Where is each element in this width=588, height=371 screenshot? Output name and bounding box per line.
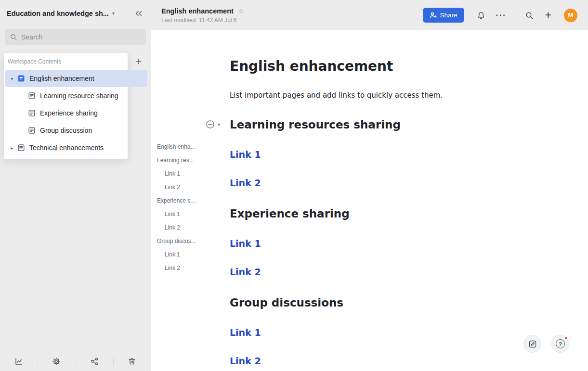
section-heading: Learning resources sharing: [230, 118, 528, 131]
add-page-button[interactable]: +: [133, 56, 144, 67]
doc-link[interactable]: Link 1: [230, 149, 261, 160]
outline-item[interactable]: Group discus...: [157, 234, 208, 248]
search-input[interactable]: [21, 33, 141, 41]
document-icon: [28, 127, 36, 134]
outline-item[interactable]: Link 1: [157, 167, 208, 180]
tree-header: Workspace Contents +: [0, 53, 151, 70]
tree-item-group-discussion[interactable]: Group discussion: [5, 122, 147, 139]
document-icon: [17, 144, 25, 152]
document-icon: [28, 92, 36, 100]
document-area: English enha... Learning res... Link 1 L…: [151, 30, 588, 371]
outline-item[interactable]: Learning res...: [157, 154, 208, 167]
question-mark-icon: ?: [556, 339, 565, 348]
section-heading-row: Group discussions: [230, 296, 528, 309]
chevron-down-icon[interactable]: ▾: [218, 122, 220, 127]
doc-link[interactable]: Link 1: [230, 238, 261, 249]
heading-gutter: ▾: [206, 120, 220, 129]
share-workspace-button[interactable]: [76, 351, 113, 371]
document-title: English enhancement: [230, 58, 528, 75]
doc-link[interactable]: Link 2: [230, 356, 261, 367]
document-icon: [17, 75, 25, 82]
document-body: English enhancement List important pages…: [230, 30, 528, 371]
tree-item-label: Experience sharing: [40, 109, 98, 117]
settings-button[interactable]: [38, 351, 75, 371]
sidebar-search[interactable]: [5, 29, 146, 45]
sidebar-footer: [0, 351, 151, 371]
section-heading-row: ▾ Learning resources sharing: [230, 118, 528, 131]
new-doc-plus-icon[interactable]: +: [545, 10, 551, 21]
notification-dot: [564, 336, 568, 340]
topbar-actions: Share ··· + M: [423, 8, 577, 23]
doc-link[interactable]: Link 2: [230, 178, 261, 189]
doc-link[interactable]: Link 2: [230, 267, 261, 278]
section-heading: Experience sharing: [230, 207, 528, 220]
doc-meta: English enhancement ☆ Last modified: 11:…: [161, 7, 244, 24]
tree-item-english-enhancement[interactable]: ▾ English enhancement: [5, 70, 147, 87]
section-heading-row: Experience sharing: [230, 207, 528, 220]
chevron-right-icon[interactable]: ▸: [7, 145, 17, 151]
outline-item[interactable]: Link 2: [157, 180, 208, 194]
share-icon: [90, 357, 99, 366]
share-person-icon: [430, 12, 437, 19]
tree-item-label: Group discussion: [40, 127, 92, 134]
outline-item[interactable]: Link 1: [157, 207, 208, 221]
search-icon[interactable]: [525, 11, 534, 20]
trash-button[interactable]: [113, 351, 151, 371]
last-modified-text: Last modified: 11:42 AM Jul 6: [161, 17, 244, 24]
collapse-section-icon[interactable]: [206, 120, 215, 129]
feedback-icon: [528, 340, 537, 348]
document-outline: English enha... Learning res... Link 1 L…: [157, 140, 208, 275]
help-button[interactable]: ?: [551, 335, 569, 353]
document-icon: [28, 109, 36, 117]
doc-title: English enhancement: [161, 7, 234, 15]
outline-item[interactable]: Link 2: [157, 221, 208, 234]
notifications-bell-icon[interactable]: [477, 11, 485, 20]
document-intro: List important pages and add links to qu…: [230, 91, 528, 100]
workspace-tree: Workspace Contents + ▾ English enhanceme…: [0, 53, 151, 156]
outline-item[interactable]: Link 1: [157, 248, 208, 261]
favorite-star-icon[interactable]: ☆: [238, 8, 244, 14]
workspace-switcher[interactable]: Education and knowledge sh... ▾: [7, 10, 115, 17]
chevron-down-icon[interactable]: ▾: [7, 76, 17, 81]
tree-item-technical-enhancements[interactable]: ▸ Technical enhancements: [5, 139, 147, 156]
tree-item-label: English enhancement: [29, 75, 94, 82]
doc-link[interactable]: Link 1: [230, 327, 261, 338]
section-heading: Group discussions: [230, 296, 528, 309]
avatar[interactable]: M: [564, 9, 577, 22]
chevron-down-icon: ▾: [112, 11, 115, 16]
sidebar-header: Education and knowledge sh... ▾: [0, 0, 151, 27]
app-window: Education and knowledge sh... ▾ Workspac…: [0, 0, 588, 371]
analytics-button[interactable]: [0, 351, 38, 371]
gear-icon: [52, 357, 61, 366]
tree-title: Workspace Contents: [8, 58, 61, 65]
outline-item[interactable]: Link 2: [157, 261, 208, 275]
outline-item[interactable]: English enha...: [157, 140, 208, 154]
chart-icon: [14, 357, 23, 366]
search-icon: [10, 33, 17, 41]
topbar: English enhancement ☆ Last modified: 11:…: [151, 0, 588, 30]
outline-item[interactable]: Experience s...: [157, 194, 208, 207]
tree-item-learning-resource-sharing[interactable]: Learning resource sharing: [5, 87, 147, 104]
workspace-name: Education and knowledge sh...: [7, 10, 109, 17]
share-button-label: Share: [440, 12, 457, 19]
more-options-icon[interactable]: ···: [496, 12, 507, 19]
sidebar: Education and knowledge sh... ▾ Workspac…: [0, 0, 151, 371]
trash-icon: [128, 357, 136, 366]
collapse-sidebar-icon[interactable]: [134, 9, 143, 18]
tree-item-label: Technical enhancements: [29, 144, 104, 152]
tree-item-experience-sharing[interactable]: Experience sharing: [5, 104, 147, 122]
tree-item-label: Learning resource sharing: [40, 92, 118, 100]
feedback-button[interactable]: [523, 335, 541, 353]
share-button[interactable]: Share: [423, 8, 464, 23]
